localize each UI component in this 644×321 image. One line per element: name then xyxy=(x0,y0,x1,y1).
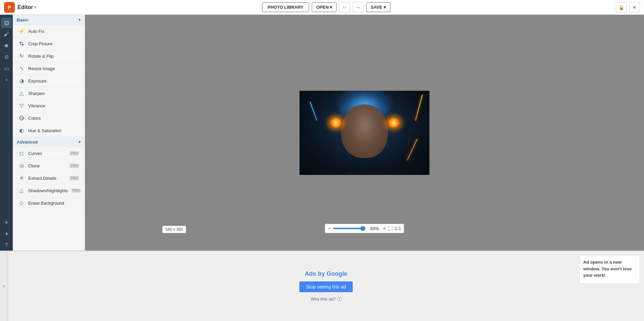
ad-content: Ads by Google Stop seeing this ad Why th… xyxy=(8,251,644,321)
title-chevron[interactable]: ▾ xyxy=(34,5,36,10)
zoom-out-button[interactable]: − xyxy=(328,225,331,231)
sidebar-item-face[interactable]: ☻ xyxy=(1,40,12,51)
ad-info-box: Ad opens in a new window. You won't lose… xyxy=(579,255,640,284)
app-logo: P xyxy=(4,2,15,13)
svg-rect-2 xyxy=(20,45,24,45)
zoom-reset-button[interactable]: 1:1 xyxy=(395,226,401,231)
extract-details-icon: ✳ xyxy=(18,175,25,181)
hue-saturation-icon: ◐ xyxy=(18,127,25,134)
top-bar: P Editor ▾ PHOTO LIBRARY OPEN ▾ ↩ ↪ SAVE… xyxy=(0,0,644,15)
lock-button[interactable]: 🔒 xyxy=(616,2,627,13)
colors-item[interactable]: WB Colors xyxy=(13,112,85,124)
canvas-size-badge: 540 x 360 xyxy=(162,226,186,233)
erase-background-item[interactable]: ◇ Erase Background xyxy=(13,197,85,209)
curves-icon: ◻ xyxy=(18,150,25,157)
close-button[interactable]: ✕ xyxy=(629,2,640,13)
top-bar-right: 🔒 ✕ xyxy=(616,2,640,13)
open-button[interactable]: OPEN ▾ xyxy=(312,2,337,12)
auto-fix-item[interactable]: ⚡ Auto Fix xyxy=(13,25,85,38)
portrait-eye-right xyxy=(388,118,400,128)
zoom-slider[interactable] xyxy=(333,228,367,229)
clone-pro-badge: PRO xyxy=(69,164,79,168)
icon-sidebar: ⊡ 🖌 ☻ ⧉ ▭ ≡ ☀ ✦ ? xyxy=(0,15,13,251)
crop-picture-icon xyxy=(18,40,25,47)
photo-library-button[interactable]: PHOTO LIBRARY xyxy=(262,2,309,12)
svg-rect-0 xyxy=(19,42,23,43)
portrait-face xyxy=(341,104,388,158)
canvas-image xyxy=(299,91,430,175)
basic-section-header[interactable]: Basic ▾ xyxy=(13,15,85,25)
editor-title: Editor ▾ xyxy=(17,4,36,10)
zoom-in-button[interactable]: + xyxy=(383,225,386,231)
auto-fix-icon: ⚡ xyxy=(18,28,25,35)
zoom-expand-button[interactable]: ⛶ xyxy=(388,226,393,231)
sidebar-item-sticker[interactable]: ✦ xyxy=(1,228,12,239)
rotate-flip-item[interactable]: ↻ Rotate & Flip xyxy=(13,50,85,62)
advanced-section-header[interactable]: Advanced ▾ xyxy=(13,137,85,147)
tool-panel: Basic ▾ ⚡ Auto Fix Crop Picture ↻ Rotate… xyxy=(13,15,85,251)
colors-icon: WB xyxy=(18,115,25,121)
curves-pro-badge: PRO xyxy=(69,151,79,156)
exposure-icon: ◑ xyxy=(18,77,25,84)
zoom-controls: − 89% + ⛶ 1:1 xyxy=(325,224,404,233)
zoom-slider-thumb xyxy=(360,226,365,231)
extract-details-item[interactable]: ✳ Extract Details PRO xyxy=(13,172,85,184)
portrait-eye-left xyxy=(330,118,342,128)
top-bar-left: P Editor ▾ xyxy=(4,2,36,13)
why-this-ad-link[interactable]: Why this ad? ⓘ xyxy=(310,296,341,302)
svg-text:WB: WB xyxy=(20,117,25,120)
svg-rect-3 xyxy=(23,43,23,46)
zoom-percent: 89% xyxy=(369,226,381,231)
sidebar-item-brush[interactable]: 🖌 xyxy=(1,29,12,40)
sidebar-item-layers[interactable]: ⧉ xyxy=(1,52,12,62)
shadows-highlights-item[interactable]: △ Shadows/Hightlights PRO xyxy=(13,184,85,197)
crop-picture-item[interactable]: Crop Picture xyxy=(13,38,85,50)
curves-item[interactable]: ◻ Curves PRO xyxy=(13,147,85,160)
advanced-chevron: ▾ xyxy=(79,140,81,144)
sidebar-item-help[interactable]: ? xyxy=(1,240,12,251)
stop-seeing-ad-button[interactable]: Stop seeing this ad xyxy=(299,281,353,292)
ad-bar: ‹ Ads by Google Stop seeing this ad Why … xyxy=(0,251,644,321)
basic-chevron: ▾ xyxy=(79,18,81,22)
ad-arrow-button[interactable]: ‹ xyxy=(0,251,8,321)
main-layout: ⊡ 🖌 ☻ ⧉ ▭ ≡ ☀ ✦ ? Basic ▾ ⚡ Auto Fix Cro… xyxy=(0,15,644,251)
hue-saturation-item[interactable]: ◐ Hue & Saturation xyxy=(13,124,85,137)
redo-button[interactable]: ↪ xyxy=(353,2,363,13)
sidebar-item-light[interactable]: ☀ xyxy=(1,217,12,228)
sidebar-item-texture[interactable]: ≡ xyxy=(1,74,12,85)
undo-button[interactable]: ↩ xyxy=(339,2,350,13)
vibrance-item[interactable]: ▽ Vibrance xyxy=(13,100,85,112)
clone-icon: ◎ xyxy=(18,162,25,169)
resize-image-icon: ⤡ xyxy=(18,65,25,72)
erase-background-icon: ◇ xyxy=(18,200,25,206)
top-bar-center: PHOTO LIBRARY OPEN ▾ ↩ ↪ SAVE ▾ xyxy=(262,2,390,13)
exposure-item[interactable]: ◑ Exposure xyxy=(13,75,85,87)
shadows-highlights-icon: △ xyxy=(18,187,25,194)
sharpen-icon: △ xyxy=(18,90,25,97)
rotate-flip-icon: ↻ xyxy=(18,53,25,59)
ads-by-google-label: Ads by Google xyxy=(305,270,347,277)
vibrance-icon: ▽ xyxy=(18,102,25,109)
resize-image-item[interactable]: ⤡ Resize Image xyxy=(13,62,85,75)
clone-item[interactable]: ◎ Clone PRO xyxy=(13,160,85,172)
sharpen-item[interactable]: △ Sharpen xyxy=(13,87,85,100)
canvas-image-wrapper xyxy=(299,91,430,175)
sidebar-item-border[interactable]: ▭ xyxy=(1,63,12,74)
extract-pro-badge: PRO xyxy=(69,176,79,180)
save-button[interactable]: SAVE ▾ xyxy=(366,2,390,12)
sidebar-item-crop[interactable]: ⊡ xyxy=(1,17,12,28)
svg-rect-1 xyxy=(20,41,21,45)
canvas-area: 540 x 360 − 89% + ⛶ 1:1 xyxy=(85,15,644,251)
shadows-pro-badge: PRO xyxy=(71,189,81,193)
